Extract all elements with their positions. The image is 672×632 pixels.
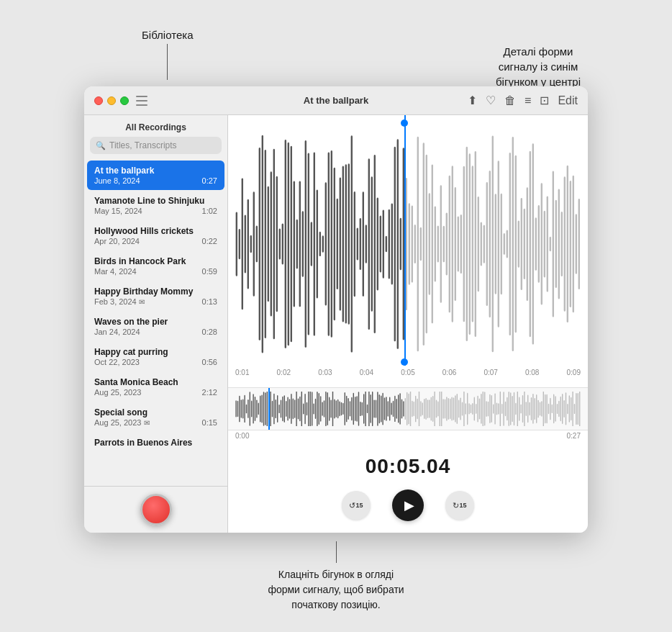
maximize-button[interactable] xyxy=(120,96,129,105)
svg-rect-98 xyxy=(518,220,519,267)
waveform-overview[interactable] xyxy=(228,387,588,430)
svg-rect-68 xyxy=(432,164,433,323)
svg-rect-201 xyxy=(376,400,376,418)
svg-rect-63 xyxy=(417,137,419,351)
svg-rect-229 xyxy=(424,399,424,419)
svg-rect-247 xyxy=(455,395,455,422)
svg-rect-278 xyxy=(509,392,509,426)
svg-rect-308 xyxy=(560,397,561,422)
recording-item[interactable]: Special song Aug 25, 2023 ✉ 0:15 xyxy=(87,402,224,432)
svg-rect-132 xyxy=(256,399,257,417)
svg-rect-74 xyxy=(449,176,450,312)
svg-rect-22 xyxy=(299,181,301,307)
svg-rect-110 xyxy=(553,171,554,317)
recording-item[interactable]: Happy Birthday Mommy Feb 3, 2024 ✉ 0:13 xyxy=(87,281,224,311)
trash-icon[interactable]: 🗑 xyxy=(504,94,516,107)
svg-rect-294 xyxy=(536,394,537,423)
recording-item[interactable]: Santa Monica Beach Aug 25, 2023 2:12 xyxy=(87,372,224,402)
recording-item[interactable]: Parrots in Buenos Aires xyxy=(87,433,224,453)
svg-rect-286 xyxy=(522,395,523,423)
recording-item[interactable]: Birds in Hancock Park Mar 4, 2024 0:59 xyxy=(87,251,224,281)
rec-duration: 2:12 xyxy=(202,388,217,397)
svg-rect-173 xyxy=(327,392,328,425)
svg-rect-274 xyxy=(501,404,502,414)
svg-rect-314 xyxy=(571,397,571,420)
time-label: 0:01 xyxy=(235,369,249,376)
svg-rect-88 xyxy=(489,171,491,317)
rec-date: June 8, 2024 xyxy=(94,176,140,185)
svg-rect-250 xyxy=(460,397,460,420)
svg-rect-87 xyxy=(486,182,488,306)
search-box[interactable]: 🔍 Titles, Transcripts xyxy=(90,137,222,154)
svg-rect-17 xyxy=(285,140,286,348)
rec-title: Parrots in Buenos Aires xyxy=(94,438,217,448)
svg-rect-105 xyxy=(538,205,540,283)
svg-rect-165 xyxy=(313,403,314,414)
svg-rect-275 xyxy=(503,392,504,426)
svg-rect-40 xyxy=(351,135,353,352)
svg-rect-95 xyxy=(509,153,511,335)
minimize-button[interactable] xyxy=(107,96,116,105)
svg-rect-188 xyxy=(353,393,354,425)
svg-rect-192 xyxy=(360,402,360,416)
svg-rect-160 xyxy=(304,394,305,424)
favorite-icon[interactable]: ♡ xyxy=(486,94,496,107)
svg-rect-255 xyxy=(468,403,469,414)
svg-rect-93 xyxy=(504,233,505,255)
svg-rect-228 xyxy=(422,402,423,415)
svg-rect-170 xyxy=(322,402,322,415)
svg-rect-254 xyxy=(467,393,468,425)
skip-back-button[interactable]: ↺ 15 xyxy=(342,491,371,520)
rec-date: Aug 25, 2023 xyxy=(94,388,141,397)
svg-rect-290 xyxy=(529,402,530,416)
time-label: 0:08 xyxy=(525,369,539,376)
svg-rect-210 xyxy=(391,403,391,415)
svg-rect-304 xyxy=(553,394,554,424)
svg-rect-31 xyxy=(325,182,327,305)
svg-rect-115 xyxy=(567,166,568,322)
svg-rect-217 xyxy=(403,401,404,417)
svg-rect-37 xyxy=(342,166,344,322)
record-button[interactable] xyxy=(140,494,172,525)
svg-rect-301 xyxy=(548,404,549,414)
recording-item[interactable]: Waves on the pier Jan 24, 2024 0:28 xyxy=(87,312,224,341)
recording-item[interactable]: Hollywood Hills crickets Apr 20, 2024 0:… xyxy=(87,221,224,250)
transcribe-icon[interactable]: ⊡ xyxy=(540,94,549,107)
play-icon: ▶ xyxy=(404,497,414,513)
svg-rect-159 xyxy=(303,404,304,415)
close-button[interactable] xyxy=(94,96,103,105)
svg-rect-51 xyxy=(383,210,384,279)
recording-item[interactable]: Happy cat purring Oct 22, 2023 0:56 xyxy=(87,342,224,371)
svg-rect-268 xyxy=(491,395,492,423)
time-display: 00:05.04 xyxy=(228,448,588,484)
svg-rect-241 xyxy=(445,399,445,419)
share-icon[interactable]: ⬆ xyxy=(468,94,477,107)
recording-item[interactable]: Yamanote Line to Shinjuku May 15, 2024 1… xyxy=(87,191,224,220)
app-window: At the ballpark ⬆ ♡ 🗑 ≡ ⊡ Edit All Recor… xyxy=(84,86,588,533)
svg-rect-53 xyxy=(389,209,390,279)
svg-rect-259 xyxy=(476,404,476,414)
svg-rect-128 xyxy=(250,392,250,426)
svg-rect-7 xyxy=(256,225,258,262)
svg-rect-79 xyxy=(463,166,465,322)
edit-button[interactable]: Edit xyxy=(558,94,578,107)
svg-rect-234 xyxy=(432,396,433,422)
svg-rect-141 xyxy=(272,401,273,417)
svg-rect-172 xyxy=(325,392,326,426)
rec-title: Hollywood Hills crickets xyxy=(94,226,217,236)
play-button[interactable]: ▶ xyxy=(392,489,424,521)
svg-rect-48 xyxy=(374,155,376,333)
svg-rect-131 xyxy=(255,397,255,421)
waveform-detail[interactable]: 0:010:020:030:040:050:060:070:080:09 xyxy=(228,115,588,387)
svg-rect-153 xyxy=(293,399,294,420)
options-icon[interactable]: ≡ xyxy=(525,94,531,107)
rec-date: Feb 3, 2024 ✉ xyxy=(94,297,145,306)
svg-rect-233 xyxy=(431,397,432,421)
svg-rect-264 xyxy=(484,392,485,425)
recording-item[interactable]: At the ballpark June 8, 2024 0:27 xyxy=(87,161,224,190)
svg-rect-143 xyxy=(276,399,276,418)
svg-rect-147 xyxy=(282,397,283,422)
skip-forward-button[interactable]: ↻ 15 xyxy=(445,491,474,520)
search-icon: 🔍 xyxy=(96,141,106,150)
sidebar-toggle[interactable] xyxy=(136,96,147,106)
